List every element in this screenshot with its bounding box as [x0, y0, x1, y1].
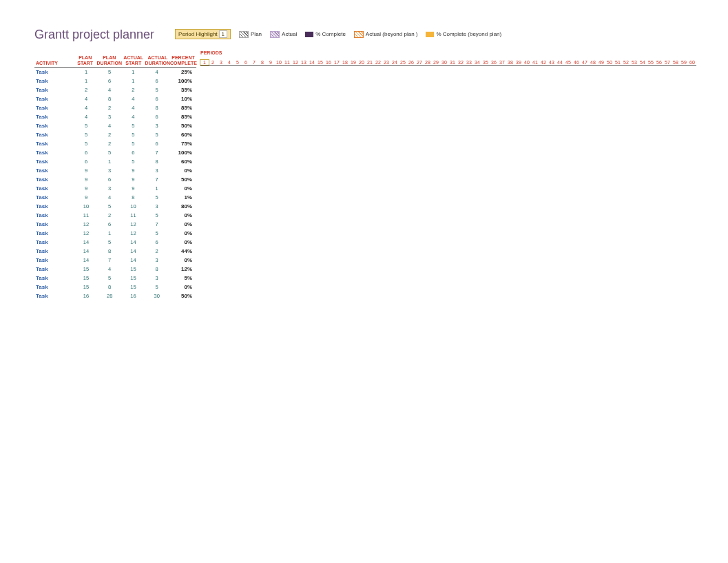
table-row[interactable]: Task6567100% [34, 148, 196, 157]
period-number[interactable]: 47 [581, 60, 589, 65]
period-number[interactable]: 53 [630, 60, 638, 65]
period-number[interactable]: 34 [473, 60, 481, 65]
period-number[interactable]: 38 [506, 60, 514, 65]
cell-activity: Task [34, 158, 74, 165]
table-row[interactable]: Task94851% [34, 193, 196, 202]
period-number[interactable]: 14 [308, 60, 316, 65]
table-row[interactable]: Task242535% [34, 85, 196, 94]
period-number[interactable]: 56 [655, 60, 663, 65]
period-number[interactable]: 44 [556, 60, 564, 65]
period-number[interactable]: 52 [622, 60, 630, 65]
period-number[interactable]: 48 [589, 60, 597, 65]
period-number[interactable]: 46 [572, 60, 581, 65]
table-row[interactable]: Task424885% [34, 103, 196, 112]
period-number[interactable]: 3 [217, 60, 225, 65]
table-row[interactable]: Task93910% [34, 184, 196, 193]
period-highlight-value[interactable]: 1 [219, 30, 227, 38]
period-number[interactable]: 4 [225, 60, 233, 65]
table-row[interactable]: Task1471430% [34, 256, 196, 265]
table-row[interactable]: Task615860% [34, 157, 196, 166]
table-row[interactable]: Task484610% [34, 94, 196, 103]
period-number[interactable]: 40 [523, 60, 531, 65]
period-number[interactable]: 20 [357, 60, 366, 65]
period-number[interactable]: 37 [498, 60, 506, 65]
period-number[interactable]: 17 [333, 60, 341, 65]
table-row[interactable]: Task1581550% [34, 283, 196, 291]
table-row[interactable]: Task545350% [34, 121, 196, 130]
period-number[interactable]: 36 [490, 60, 498, 65]
table-row[interactable]: Task15415812% [34, 265, 196, 274]
cell-percent-complete: 50% [169, 123, 196, 129]
header-plan-duration: PLAN DURATION [97, 55, 122, 65]
period-number[interactable]: 50 [605, 60, 614, 65]
period-number[interactable]: 19 [349, 60, 357, 65]
period-number[interactable]: 54 [638, 60, 647, 65]
period-number[interactable]: 25 [399, 60, 407, 65]
table-row[interactable]: Task969750% [34, 175, 196, 184]
period-number[interactable]: 27 [415, 60, 424, 65]
period-number[interactable]: 35 [481, 60, 490, 65]
period-number[interactable]: 49 [597, 60, 605, 65]
period-number[interactable]: 60 [688, 60, 696, 65]
period-number[interactable]: 26 [407, 60, 415, 65]
period-number[interactable]: 33 [465, 60, 473, 65]
period-number[interactable]: 22 [374, 60, 382, 65]
period-number[interactable]: 29 [432, 60, 440, 65]
period-number[interactable]: 30 [440, 60, 448, 65]
cell-actual-start: 5 [121, 158, 145, 165]
period-number[interactable]: 51 [614, 60, 622, 65]
period-number[interactable]: 1 [200, 60, 209, 65]
period-highlight-box[interactable]: Period Highlight 1 [175, 29, 231, 39]
period-number[interactable]: 2 [209, 60, 217, 65]
period-number[interactable]: 11 [283, 60, 291, 65]
table-row[interactable]: Task14814244% [34, 247, 196, 256]
table-row[interactable]: Task1628163050% [34, 291, 196, 300]
cell-plan-start: 4 [74, 114, 98, 120]
period-number[interactable]: 39 [514, 60, 523, 65]
period-number[interactable]: 31 [448, 60, 457, 65]
table-row[interactable]: Task1261270% [34, 220, 196, 229]
cell-plan-duration: 5 [98, 69, 121, 75]
table-row[interactable]: Task1616100% [34, 76, 196, 85]
period-number[interactable]: 7 [250, 60, 258, 65]
table-row[interactable]: Task1551535% [34, 274, 196, 283]
cell-plan-start: 11 [74, 212, 98, 218]
table-row[interactable]: Task434685% [34, 112, 196, 121]
table-row[interactable]: Task525560% [34, 130, 196, 139]
period-number[interactable]: 24 [391, 60, 399, 65]
period-number[interactable]: 55 [647, 60, 655, 65]
table-row[interactable]: Task10510380% [34, 202, 196, 211]
table-row[interactable]: Task1211250% [34, 229, 196, 238]
period-number[interactable]: 18 [341, 60, 349, 65]
table-row[interactable]: Task151425% [34, 68, 196, 76]
period-number[interactable]: 41 [531, 60, 539, 65]
cell-activity: Task [34, 248, 74, 254]
period-number[interactable]: 42 [539, 60, 548, 65]
period-number[interactable]: 5 [233, 60, 242, 65]
period-number[interactable]: 23 [382, 60, 391, 65]
period-number[interactable]: 45 [564, 60, 572, 65]
period-number[interactable]: 32 [457, 60, 465, 65]
period-number[interactable]: 28 [424, 60, 432, 65]
period-number[interactable]: 10 [275, 60, 283, 65]
period-number[interactable]: 21 [366, 60, 374, 65]
table-row[interactable]: Task1451460% [34, 238, 196, 247]
table-row[interactable]: Task525675% [34, 139, 196, 148]
period-number[interactable]: 43 [548, 60, 556, 65]
cell-plan-start: 6 [74, 150, 98, 156]
period-number[interactable]: 16 [324, 60, 333, 65]
cell-actual-start: 12 [121, 230, 145, 236]
period-number[interactable]: 57 [663, 60, 672, 65]
period-number[interactable]: 6 [242, 60, 250, 65]
cell-actual-duration: 8 [145, 266, 169, 272]
period-number[interactable]: 58 [672, 60, 680, 65]
period-number[interactable]: 15 [316, 60, 324, 65]
period-number[interactable]: 8 [258, 60, 267, 65]
period-number[interactable]: 9 [267, 60, 275, 65]
cell-actual-start: 4 [121, 114, 145, 120]
period-number[interactable]: 59 [680, 60, 688, 65]
table-row[interactable]: Task1121150% [34, 211, 196, 220]
table-row[interactable]: Task93930% [34, 166, 196, 175]
period-number[interactable]: 12 [291, 60, 300, 65]
period-number[interactable]: 13 [300, 60, 308, 65]
